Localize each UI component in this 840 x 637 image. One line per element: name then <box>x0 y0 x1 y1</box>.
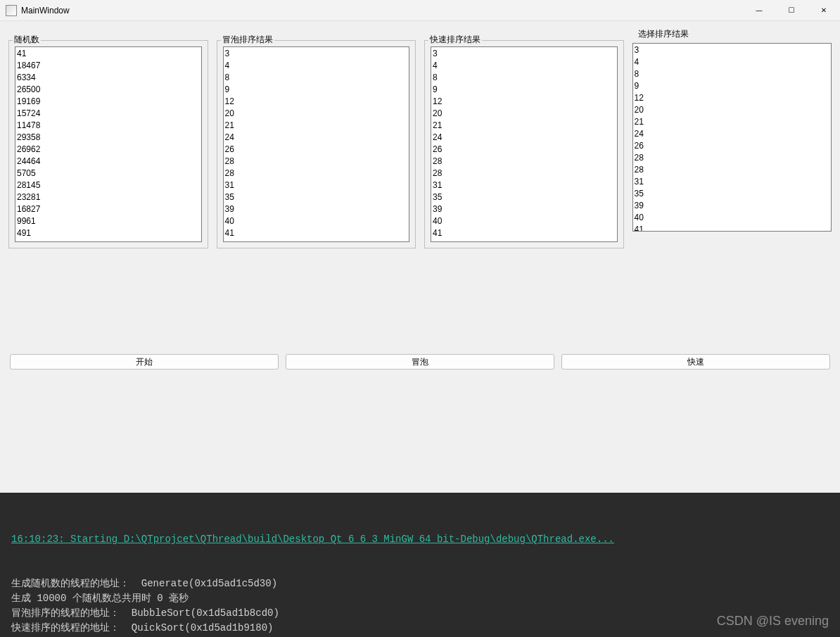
window-title: MainWindow <box>21 6 743 15</box>
console-lines: 生成随机数的线程的地址： Generate(0x1d5ad1c5d30) 生成 … <box>11 576 829 637</box>
list-item[interactable]: 24 <box>635 128 830 140</box>
list-item[interactable]: 31 <box>635 176 830 188</box>
main-content: 随机数 411846763342650019169157241147829358… <box>0 21 840 493</box>
list-item[interactable]: 35 <box>225 191 408 203</box>
list-item[interactable]: 35 <box>433 191 616 203</box>
group-bubble: 冒泡排序结果 3489122021242628283135394041 <box>217 28 416 248</box>
list-item[interactable]: 26962 <box>17 144 200 156</box>
list-item[interactable]: 20 <box>433 108 616 120</box>
select-listbox[interactable]: 3489122021242628283135394041 <box>632 43 832 232</box>
app-icon <box>6 5 17 16</box>
buttons-row: 开始 冒泡 快速 <box>8 354 832 370</box>
group-quick: 快速排序结果 3489122021242628283135394041 <box>424 28 624 248</box>
list-item[interactable]: 20 <box>225 108 408 120</box>
list-item[interactable]: 8 <box>635 68 830 80</box>
list-item[interactable]: 28 <box>433 168 616 179</box>
list-item[interactable]: 6334 <box>17 72 200 84</box>
groups-row: 随机数 411846763342650019169157241147829358… <box>8 28 832 248</box>
list-item[interactable]: 12 <box>433 96 616 108</box>
list-item[interactable]: 4 <box>433 60 616 72</box>
list-item[interactable]: 9 <box>225 84 408 96</box>
group-quick-frame: 3489122021242628283135394041 <box>424 40 624 248</box>
group-select-frame: 3489122021242628283135394041 <box>632 43 832 232</box>
list-item[interactable]: 35 <box>635 188 830 200</box>
list-item[interactable]: 23281 <box>17 191 200 203</box>
list-item[interactable]: 41 <box>225 227 408 239</box>
list-item[interactable]: 20 <box>635 104 830 116</box>
list-item[interactable]: 26 <box>225 144 408 156</box>
quick-listbox[interactable]: 3489122021242628283135394041 <box>431 46 618 242</box>
list-item[interactable]: 29358 <box>17 132 200 144</box>
list-item[interactable]: 40 <box>433 215 616 227</box>
group-select-label: 选择排序结果 <box>637 28 832 40</box>
close-button[interactable]: ✕ <box>808 0 840 21</box>
list-item[interactable]: 16827 <box>17 203 200 215</box>
minimize-button[interactable]: — <box>743 0 775 21</box>
list-item[interactable]: 26 <box>433 144 616 156</box>
list-item[interactable]: 24 <box>433 132 616 144</box>
list-item[interactable]: 3 <box>225 48 408 60</box>
list-item[interactable]: 4 <box>225 60 408 72</box>
start-button[interactable]: 开始 <box>10 354 279 370</box>
list-item[interactable]: 24464 <box>17 156 200 168</box>
list-item[interactable]: 4 <box>635 56 830 68</box>
list-item[interactable]: 31 <box>225 179 408 191</box>
list-item[interactable]: 40 <box>635 212 830 224</box>
bubble-listbox[interactable]: 3489122021242628283135394041 <box>223 46 410 242</box>
list-item[interactable]: 39 <box>433 203 616 215</box>
list-item[interactable]: 41 <box>635 224 830 232</box>
group-bubble-label: 冒泡排序结果 <box>221 34 274 46</box>
list-item[interactable]: 11478 <box>17 120 200 132</box>
list-item[interactable]: 12 <box>635 92 830 104</box>
list-item[interactable]: 40 <box>225 215 408 227</box>
list-item[interactable]: 28 <box>225 168 408 179</box>
list-item[interactable]: 24 <box>225 132 408 144</box>
list-item[interactable]: 8 <box>433 72 616 84</box>
list-item[interactable]: 21 <box>635 116 830 128</box>
list-item[interactable]: 3 <box>635 44 830 56</box>
list-item[interactable]: 9 <box>433 84 616 96</box>
list-item[interactable]: 26 <box>635 140 830 152</box>
list-item[interactable]: 9 <box>635 80 830 92</box>
watermark: CSDN @IS evening <box>717 614 829 629</box>
list-item[interactable]: 28145 <box>17 179 200 191</box>
list-item[interactable]: 41 <box>17 48 200 60</box>
list-item[interactable]: 28 <box>635 164 830 176</box>
console-start-line: 16:10:23: Starting D:\QTprojcet\QThread\… <box>11 532 829 547</box>
group-random: 随机数 411846763342650019169157241147829358… <box>8 28 208 248</box>
list-item[interactable]: 28 <box>635 152 830 164</box>
list-item[interactable]: 19169 <box>17 96 200 108</box>
list-item[interactable]: 491 <box>17 227 200 239</box>
list-item[interactable]: 18467 <box>17 60 200 72</box>
list-item[interactable]: 3 <box>433 48 616 60</box>
titlebar: MainWindow — ☐ ✕ <box>0 0 840 21</box>
list-item[interactable]: 8 <box>225 72 408 84</box>
list-item[interactable]: 39 <box>635 200 830 212</box>
random-listbox[interactable]: 4118467633426500191691572411478293582696… <box>15 46 202 242</box>
console-output[interactable]: 16:10:23: Starting D:\QTprojcet\QThread\… <box>0 493 840 637</box>
group-select: 选择排序结果 3489122021242628283135394041 <box>632 28 832 248</box>
list-item[interactable]: 39 <box>225 203 408 215</box>
quick-button[interactable]: 快速 <box>561 354 830 370</box>
list-item[interactable]: 28 <box>433 156 616 168</box>
group-bubble-frame: 3489122021242628283135394041 <box>217 40 416 248</box>
list-item[interactable]: 26500 <box>17 84 200 96</box>
list-item[interactable]: 9961 <box>17 215 200 227</box>
list-item[interactable]: 12 <box>225 96 408 108</box>
list-item[interactable]: 31 <box>433 179 616 191</box>
list-item[interactable]: 21 <box>433 120 616 132</box>
list-item[interactable]: 28 <box>225 156 408 168</box>
bubble-button[interactable]: 冒泡 <box>286 354 554 370</box>
list-item[interactable]: 15724 <box>17 108 200 120</box>
maximize-button[interactable]: ☐ <box>775 0 808 21</box>
list-item[interactable]: 41 <box>433 227 616 239</box>
group-random-frame: 4118467633426500191691572411478293582696… <box>8 40 208 248</box>
group-quick-label: 快速排序结果 <box>428 34 482 46</box>
group-random-label: 随机数 <box>13 34 41 46</box>
list-item[interactable]: 5705 <box>17 168 200 179</box>
list-item[interactable]: 21 <box>225 120 408 132</box>
